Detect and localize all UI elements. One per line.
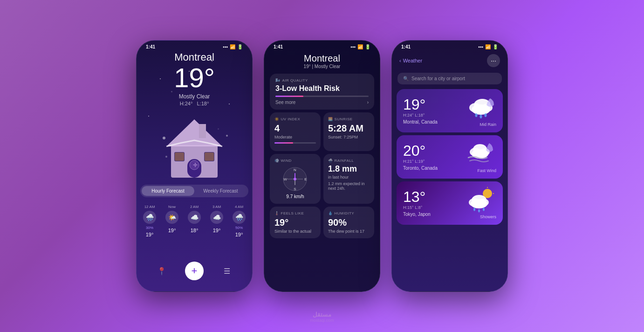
phone3: 1:41 ▪▪▪ 📶 🔋 ‹ Weather ··· 🔍 Search for … xyxy=(391,40,508,292)
svg-point-39 xyxy=(471,199,487,208)
rainfall-card: 🌧️ RAINFALL 1.8 mm in last hour 1.2 mm e… xyxy=(323,154,374,204)
hourly-item-1: Now 🌤️ 19° xyxy=(165,205,178,237)
svg-point-27 xyxy=(480,115,482,118)
hourly-item-0: 12 AM 🌧️ 30% 19° xyxy=(143,205,156,237)
compass-svg: N S W E xyxy=(282,166,308,192)
city-name-1: Montreal xyxy=(144,51,245,63)
air-quality-card: 🌬️ AIR QUALITY 3-Low Health Risk See mor… xyxy=(270,74,374,110)
svg-text:N: N xyxy=(294,168,296,172)
time-1: 1:41 xyxy=(146,44,155,49)
tab-hourly[interactable]: Hourly Forecast xyxy=(142,186,194,196)
city-card-1[interactable]: 20° H:21° L:19° Toronto, Canada xyxy=(397,135,503,179)
city-card-2[interactable]: 13° H:15° L:8° Tokyo, Japon xyxy=(397,181,503,225)
phone3-header: ‹ Weather ··· xyxy=(392,51,507,71)
time-2: 1:41 xyxy=(274,44,283,49)
forecast-tabs[interactable]: Hourly Forecast Weekly Forecast xyxy=(140,185,248,197)
city-name-2: Montreal xyxy=(270,53,374,64)
hour-0: 12 AM xyxy=(144,205,155,209)
humidity-sub: The dew point is 17 xyxy=(328,229,370,234)
watermark-logo: مستقل xyxy=(310,311,334,318)
phone1: 1:41 ▪▪▪ 📶 🔋 Montreal 19° Mostly Clear H… xyxy=(136,40,253,292)
wind-rain-row: 💨 WIND N S W E xyxy=(270,154,374,207)
wind-icon: 💨 xyxy=(274,159,280,163)
air-quality-fill xyxy=(275,96,303,97)
uv-icon: ☀️ xyxy=(274,117,280,121)
status-bar-3: 1:41 ▪▪▪ 📶 🔋 xyxy=(392,41,507,51)
sunrise-value: 5:28 AM xyxy=(328,123,370,134)
watermark-url: mostaqi.com xyxy=(310,318,334,323)
card-condition-2: Showers xyxy=(480,214,496,219)
city-card-0[interactable]: 19° H:24° L:18° Montral, Canada xyxy=(397,89,503,132)
rainfall-label: 🌧️ RAINFALL xyxy=(328,159,370,163)
temp-3: 19° xyxy=(213,228,221,233)
card-temp-2: 13° xyxy=(403,189,431,204)
precip-0: 30% xyxy=(146,226,153,230)
wifi-icon-2: 📶 xyxy=(357,44,363,49)
temp-1: 19° xyxy=(168,228,176,233)
icon-1: 🌤️ xyxy=(165,211,178,224)
feels-sub: Similar to the actual xyxy=(274,229,316,234)
list-icon[interactable]: ☰ xyxy=(219,263,235,279)
sunrise-label: 🌅 SUNRISE xyxy=(328,117,370,121)
sunrise-icon: 🌅 xyxy=(328,117,333,121)
card-right-2: Showers xyxy=(466,187,496,219)
precip-4: 50% xyxy=(235,226,243,230)
uv-label: ☀️ UV INDEX xyxy=(274,117,316,121)
back-button[interactable]: ‹ Weather xyxy=(399,58,422,63)
temperature-1: 19° xyxy=(144,64,245,91)
card-temp-1: 20° xyxy=(403,143,438,158)
watermark: مستقل mostaqi.com xyxy=(310,311,334,323)
humidity-label: 💧 HUMIDITY xyxy=(328,211,370,215)
card-icon-0 xyxy=(466,95,496,120)
air-quality-value: 3-Low Health Risk xyxy=(275,84,369,93)
card-right-1: Fast Wind xyxy=(466,141,496,173)
location-icon[interactable]: 📍 xyxy=(153,263,170,279)
condition-1: Mostly Clear xyxy=(144,93,245,100)
card-city-2: Tokyo, Japon xyxy=(403,212,431,217)
search-bar[interactable]: 🔍 Search for a city or airport xyxy=(397,73,502,84)
aqi-icon: 🌬️ xyxy=(275,78,281,83)
uv-sunrise-row: ☀️ UV INDEX 4 Moderate 🌅 SUNRISE 5:28 AM xyxy=(270,112,374,154)
air-quality-label: 🌬️ AIR QUALITY xyxy=(275,78,369,83)
uv-value: 4 xyxy=(274,123,316,134)
hour-4: 4 AM xyxy=(235,205,243,209)
wind-label: 💨 WIND xyxy=(274,159,316,163)
phone1-content: Montreal 19° Mostly Clear H:24° L:18° xyxy=(137,51,252,106)
svg-text:✛: ✛ xyxy=(193,162,198,168)
house-illustration: ✛ xyxy=(155,110,234,180)
temp-4: 19° xyxy=(235,232,243,237)
hour-3: 3 AM xyxy=(212,205,221,209)
hourly-items: 12 AM 🌧️ 30% 19° Now 🌤️ 19° 2 AM ☁️ 18° … xyxy=(137,201,252,241)
see-more[interactable]: See more › xyxy=(275,100,369,105)
svg-rect-8 xyxy=(175,152,184,161)
uv-fill xyxy=(274,142,293,144)
more-button[interactable]: ··· xyxy=(487,54,500,67)
air-quality-progress xyxy=(275,96,369,97)
battery-icon-3: 🔋 xyxy=(493,44,498,49)
card-hilo-2: H:15° L:8° xyxy=(403,205,431,210)
temp-0: 19° xyxy=(146,232,154,237)
battery-icon-2: 🔋 xyxy=(365,44,370,49)
temp-condition-2: 19° | Mostly Clear xyxy=(270,64,374,69)
card-icon-2 xyxy=(466,187,496,213)
time-3: 1:41 xyxy=(401,44,411,49)
add-button[interactable]: + xyxy=(185,262,204,280)
svg-text:E: E xyxy=(304,177,307,181)
card-left-1: 20° H:21° L:19° Toronto, Canada xyxy=(403,143,438,171)
svg-point-11 xyxy=(226,135,228,137)
sunrise-card: 🌅 SUNRISE 5:28 AM Sunset: 7:25PM xyxy=(323,112,374,151)
temp-2: 18° xyxy=(191,228,199,233)
wifi-icon-3: 📶 xyxy=(485,44,491,49)
card-left-0: 19° H:24° L:18° Montral, Canada xyxy=(403,97,438,124)
card-right-0: Mid Rain xyxy=(466,95,496,127)
status-bar-1: 1:41 ▪▪▪ 📶 🔋 xyxy=(137,41,252,51)
uv-progress xyxy=(274,142,316,144)
tab-weekly[interactable]: Weekly Forecast xyxy=(194,186,247,196)
battery-icon-1: 🔋 xyxy=(237,44,243,49)
phone1-bottom: 📍 + ☰ xyxy=(137,256,252,286)
card-icon-1 xyxy=(466,141,496,166)
rainfall-sub1: in last hour xyxy=(328,175,370,180)
humidity-value: 90% xyxy=(328,217,370,228)
svg-point-42 xyxy=(483,208,485,211)
phone2: 1:41 ▪▪▪ 📶 🔋 Montreal 19° | Mostly Clear… xyxy=(264,40,380,292)
